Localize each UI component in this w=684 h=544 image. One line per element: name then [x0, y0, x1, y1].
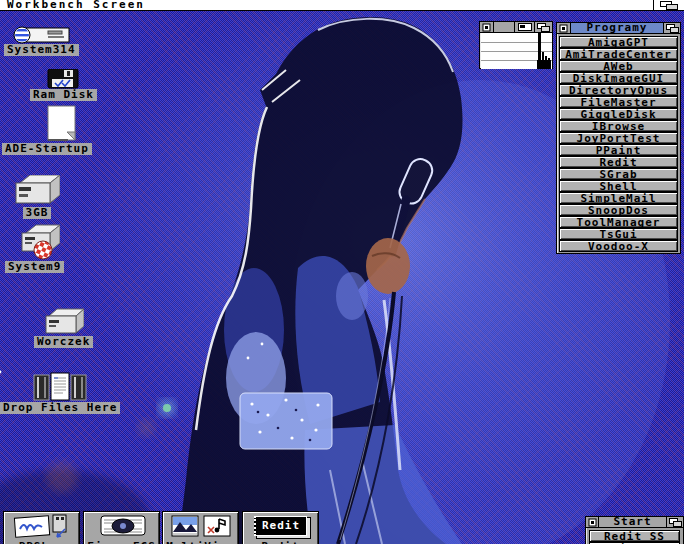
hard-drive-icon: [44, 308, 84, 336]
dock-item-fjpeg-ecs[interactable]: Fjpeg_ECS: [83, 511, 160, 544]
depth-gadget-icon[interactable]: [664, 23, 680, 33]
screen-title: Workbench Screen: [0, 0, 653, 10]
screen-depth-gadget-icon[interactable]: [654, 0, 684, 10]
close-gadget-icon[interactable]: [557, 23, 570, 33]
floppy-disk-icon: [46, 69, 80, 89]
start-window: Start Redit SS Redit USer: [585, 516, 684, 544]
meter-graph: [481, 33, 552, 69]
icon-label: Worczek: [34, 336, 93, 348]
ppshow-icon: [11, 512, 73, 540]
depth-gadget-icon[interactable]: [667, 517, 683, 527]
desktop-icon-3gb[interactable]: 3GB: [14, 175, 60, 219]
monitor-window-title: [494, 22, 514, 32]
zoom-gadget-icon[interactable]: [515, 22, 534, 32]
close-gadget-icon[interactable]: [586, 517, 598, 527]
dock-item-redit[interactable]: Redit Redit: [242, 511, 319, 544]
cd-drive-icon: [10, 26, 72, 44]
programy-item-aweb[interactable]: AWeb: [559, 60, 678, 72]
programy-item-giggledisk[interactable]: GiggleDisk: [559, 108, 678, 120]
programy-item-shell[interactable]: Shell: [559, 180, 678, 192]
start-window-title: Start: [599, 517, 666, 527]
programy-item-tsgui[interactable]: TsGui: [559, 228, 678, 240]
close-gadget-icon[interactable]: [480, 22, 493, 32]
programy-item-snoopdos[interactable]: SnoopDos: [559, 204, 678, 216]
programy-item-sgrab[interactable]: SGrab: [559, 168, 678, 180]
fjpeg-icon: [92, 512, 152, 540]
programy-item-simplemail[interactable]: SimpleMail: [559, 192, 678, 204]
programy-item-diskimagegui[interactable]: DiskImageGUI: [559, 72, 678, 84]
programy-item-toolmanager[interactable]: ToolManager: [559, 216, 678, 228]
programy-item-voodoo-x[interactable]: Voodoo-X: [559, 240, 678, 252]
start-window-titlebar[interactable]: Start: [586, 517, 683, 528]
hard-drive-boing-ball-icon: [10, 223, 60, 261]
dock-label: Redit: [261, 540, 299, 544]
desktop-icon-system9[interactable]: System9: [5, 223, 64, 273]
hard-drive-icon: [14, 175, 60, 207]
dock-item-multiview[interactable]: MultiView: [162, 511, 239, 544]
programy-button-list: AmigaGPT AmiTradeCenter AWeb DiskImageGU…: [557, 34, 680, 254]
dock-label: Fjpeg_ECS: [87, 540, 156, 544]
multiview-icon: [170, 512, 232, 540]
programy-item-ibrowse[interactable]: IBrowse: [559, 120, 678, 132]
icon-label: ADE-Startup: [2, 143, 92, 155]
document-icon: [17, 105, 77, 143]
programy-item-amigagpt[interactable]: AmigaGPT: [559, 36, 678, 48]
programy-item-ppaint[interactable]: PPaint: [559, 144, 678, 156]
dock-label: PPShow: [19, 540, 65, 544]
start-button-list: Redit SS Redit USer: [586, 528, 683, 544]
depth-gadget-icon[interactable]: [535, 22, 552, 32]
desktop-icon-drop-files-here[interactable]: Drop Files Here: [0, 372, 120, 414]
programy-item-amitradecenter[interactable]: AmiTradeCenter: [559, 48, 678, 60]
dock-item-ppshow[interactable]: PPShow: [3, 511, 80, 544]
programy-item-joyporttest[interactable]: JoyPortTest: [559, 132, 678, 144]
redit-icon-label: Redit: [254, 516, 307, 536]
icon-label: Ram Disk: [30, 89, 97, 101]
icon-label: Drop Files Here: [0, 402, 120, 414]
desktop-icon-system314[interactable]: System314: [4, 26, 79, 56]
programy-item-redit[interactable]: Redit: [559, 156, 678, 168]
desktop-icon-worczek[interactable]: Worczek: [34, 308, 93, 348]
programy-window-titlebar[interactable]: Programy: [557, 23, 680, 34]
icon-label: System314: [4, 44, 79, 56]
desktop: System314 Ram Disk ADE-Startup: [0, 11, 684, 544]
programy-window: Programy AmigaGPT AmiTradeCenter AWeb Di…: [556, 22, 681, 254]
desktop-icon-ade-startup[interactable]: ADE-Startup: [2, 105, 92, 155]
drop-zone-icon: [33, 372, 87, 402]
dock-label: MultiView: [166, 540, 235, 544]
programy-item-filemaster[interactable]: FileMaster: [559, 96, 678, 108]
workbench-screen: System314 Ram Disk ADE-Startup: [0, 0, 684, 544]
redit-icon: Redit: [254, 512, 307, 540]
icon-label: 3GB: [23, 207, 52, 219]
programy-item-directoryopus[interactable]: DirectoryOpus: [559, 84, 678, 96]
programy-window-title: Programy: [571, 23, 663, 33]
start-item-redit-ss[interactable]: Redit SS: [589, 530, 680, 542]
monitor-window-titlebar[interactable]: [480, 22, 552, 33]
monitor-window: [479, 21, 553, 69]
icon-label: System9: [5, 261, 64, 273]
desktop-icon-ram-disk[interactable]: Ram Disk: [30, 69, 97, 101]
screen-titlebar[interactable]: Workbench Screen: [0, 0, 684, 11]
